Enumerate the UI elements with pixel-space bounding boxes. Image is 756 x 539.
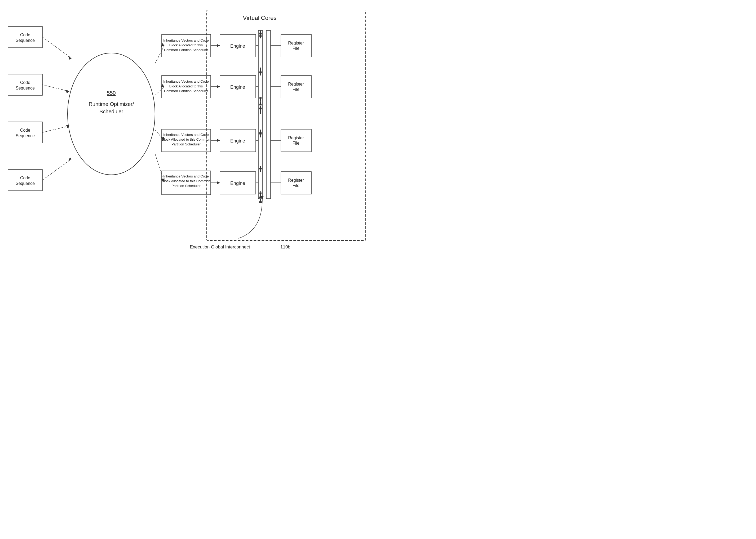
svg-text:550: 550 <box>107 90 116 96</box>
svg-text:Engine: Engine <box>230 85 245 90</box>
svg-text:Sequence: Sequence <box>16 133 35 138</box>
svg-text:Partition Scheduler: Partition Scheduler <box>171 184 201 188</box>
svg-text:Inheritance Vectors and Code: Inheritance Vectors and Code <box>163 133 209 137</box>
svg-text:Scheduler: Scheduler <box>99 109 123 115</box>
svg-text:Inheritance Vectors and Code: Inheritance Vectors and Code <box>163 79 209 83</box>
virtual-cores-label: Virtual Cores <box>243 15 277 21</box>
svg-text:Block Allocated to this: Block Allocated to this <box>169 84 203 88</box>
svg-text:Block Allocated to this Common: Block Allocated to this Common <box>162 137 210 141</box>
svg-text:File: File <box>293 141 299 145</box>
interconnect-id-label: 110b <box>280 245 291 250</box>
svg-text:Runtime Optimizer/: Runtime Optimizer/ <box>89 101 134 107</box>
svg-text:File: File <box>293 87 299 92</box>
svg-text:Engine: Engine <box>230 138 245 144</box>
svg-text:Sequence: Sequence <box>16 86 35 90</box>
execution-interconnect-label: Execution Global Interconnect <box>190 245 250 250</box>
svg-text:Code: Code <box>20 80 30 85</box>
svg-text:Register: Register <box>288 178 304 183</box>
svg-text:Code: Code <box>20 176 30 180</box>
svg-text:Register: Register <box>288 136 304 140</box>
svg-text:Sequence: Sequence <box>16 181 35 186</box>
svg-text:Code: Code <box>20 128 30 132</box>
svg-text:Register: Register <box>288 41 304 45</box>
svg-text:Code: Code <box>20 33 30 37</box>
svg-text:Block Allocated to this Common: Block Allocated to this Common <box>162 179 210 183</box>
svg-text:Engine: Engine <box>230 43 245 49</box>
svg-text:Register: Register <box>288 82 304 86</box>
svg-text:Inheritance Vectors and Code: Inheritance Vectors and Code <box>163 38 209 42</box>
svg-text:Sequence: Sequence <box>16 38 35 42</box>
svg-text:Common Partition Scheduler: Common Partition Scheduler <box>164 89 208 93</box>
svg-text:File: File <box>293 183 299 188</box>
svg-text:Common Partition Scheduler: Common Partition Scheduler <box>164 48 208 52</box>
svg-text:Partition Scheduler: Partition Scheduler <box>171 142 201 146</box>
svg-text:File: File <box>293 46 299 50</box>
svg-text:Block Allocated to this: Block Allocated to this <box>169 43 203 47</box>
diagram: Virtual Cores Code Sequence Code Sequenc… <box>0 0 378 270</box>
svg-text:Engine: Engine <box>230 181 245 186</box>
svg-text:Inheritance Vectors and Code: Inheritance Vectors and Code <box>163 174 209 178</box>
